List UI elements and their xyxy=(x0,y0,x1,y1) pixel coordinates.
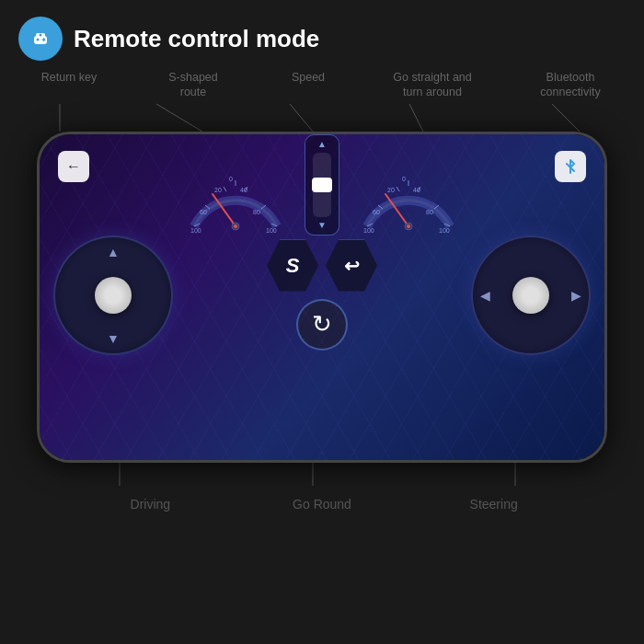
label-go-round: Go Round xyxy=(267,497,377,512)
svg-line-9 xyxy=(290,104,313,132)
svg-text:40: 40 xyxy=(240,187,247,193)
speed-up-arrow: ▲ xyxy=(317,140,327,149)
bluetooth-icon xyxy=(562,158,579,175)
svg-text:100: 100 xyxy=(363,227,374,234)
label-go-straight: Go straight andturn around xyxy=(391,70,474,100)
s-shaped-button[interactable]: S xyxy=(267,240,318,292)
bluetooth-button[interactable] xyxy=(555,151,586,182)
top-annotations: Return key S-shapedroute Speed Go straig… xyxy=(28,70,616,100)
svg-text:40: 40 xyxy=(413,187,420,193)
hex-btn-row: S ↩ xyxy=(267,240,377,292)
steering-joystick[interactable]: ◀ ▶ xyxy=(471,236,591,355)
header: Remote control mode xyxy=(0,0,644,70)
svg-point-27 xyxy=(232,223,239,230)
svg-line-31 xyxy=(397,187,399,191)
page-title: Remote control mode xyxy=(74,25,319,53)
left-gauge: 100 60 20 0 40 80 100 xyxy=(185,167,286,236)
svg-text:80: 80 xyxy=(253,209,260,215)
label-steering: Steering xyxy=(439,497,549,512)
speed-track xyxy=(313,153,331,217)
joystick-up-arrow: ▲ xyxy=(107,245,120,259)
right-gauge: 100 60 20 0 40 80 100 xyxy=(358,167,459,236)
bottom-labels: Driving Go Round Steering xyxy=(28,486,616,512)
go-round-button[interactable]: ↻ xyxy=(296,299,348,351)
svg-text:0: 0 xyxy=(229,176,233,182)
svg-text:100: 100 xyxy=(266,227,277,234)
svg-line-34 xyxy=(434,205,439,209)
svg-text:60: 60 xyxy=(373,209,380,215)
s-label: S xyxy=(286,254,300,278)
svg-line-10 xyxy=(409,104,423,132)
phone-screen: ← xyxy=(40,134,604,460)
connector-lines-top xyxy=(28,104,616,132)
svg-point-28 xyxy=(234,224,237,228)
svg-text:60: 60 xyxy=(200,209,207,215)
driving-joystick[interactable]: ▲ ▼ xyxy=(53,236,173,355)
app-container: Remote control mode Return key S-shapedr… xyxy=(0,0,644,512)
header-icon xyxy=(18,17,63,61)
back-button[interactable]: ← xyxy=(58,151,89,182)
joystick-arrows: ▲ ▼ xyxy=(55,237,171,353)
label-s-shaped: S-shapedroute xyxy=(161,70,225,100)
label-driving: Driving xyxy=(95,497,205,512)
svg-point-44 xyxy=(405,223,412,230)
svg-line-26 xyxy=(213,194,236,226)
svg-text:0: 0 xyxy=(402,176,406,182)
svg-line-13 xyxy=(205,205,210,209)
label-speed: Speed xyxy=(285,70,331,100)
svg-line-14 xyxy=(224,187,226,191)
svg-line-16 xyxy=(245,187,247,191)
svg-line-11 xyxy=(552,104,580,132)
round-icon: ↻ xyxy=(312,310,332,339)
steering-right-arrow: ▶ xyxy=(571,288,581,303)
speed-down-arrow: ▼ xyxy=(317,221,327,230)
gauges-row: 100 60 20 0 40 80 100 xyxy=(40,134,604,236)
phone-device: ← xyxy=(37,132,607,463)
speed-slider[interactable]: ▲ ▼ xyxy=(305,134,339,236)
svg-line-43 xyxy=(385,194,408,226)
svg-text:100: 100 xyxy=(190,227,201,234)
svg-line-35 xyxy=(444,224,450,226)
label-return-key: Return key xyxy=(37,70,101,100)
svg-line-17 xyxy=(261,205,266,209)
svg-text:80: 80 xyxy=(426,209,433,215)
svg-point-6 xyxy=(40,34,42,37)
svg-line-8 xyxy=(156,104,202,132)
svg-line-18 xyxy=(271,224,277,226)
svg-point-2 xyxy=(37,39,40,41)
game-controller-icon xyxy=(28,26,53,52)
speed-thumb xyxy=(312,178,332,192)
steering-arrows: ◀ ▶ xyxy=(473,237,589,353)
controls-row: ▲ ▼ S ↩ xyxy=(40,226,604,362)
joystick-down-arrow: ▼ xyxy=(107,331,120,346)
center-buttons: S ↩ ↻ xyxy=(267,240,377,351)
steering-left-arrow: ◀ xyxy=(480,288,490,303)
svg-text:100: 100 xyxy=(439,227,450,234)
connector-lines-bottom xyxy=(28,463,616,486)
svg-line-33 xyxy=(418,187,420,191)
svg-line-29 xyxy=(367,224,373,226)
u-label: ↩ xyxy=(344,255,360,277)
svg-text:20: 20 xyxy=(214,187,222,193)
u-turn-button[interactable]: ↩ xyxy=(326,240,377,292)
svg-rect-4 xyxy=(42,40,46,41)
svg-point-45 xyxy=(407,224,410,228)
label-bluetooth: Bluetoothconnectivity xyxy=(534,70,607,100)
svg-line-30 xyxy=(378,205,383,209)
svg-text:20: 20 xyxy=(387,187,395,193)
svg-line-12 xyxy=(194,224,200,226)
